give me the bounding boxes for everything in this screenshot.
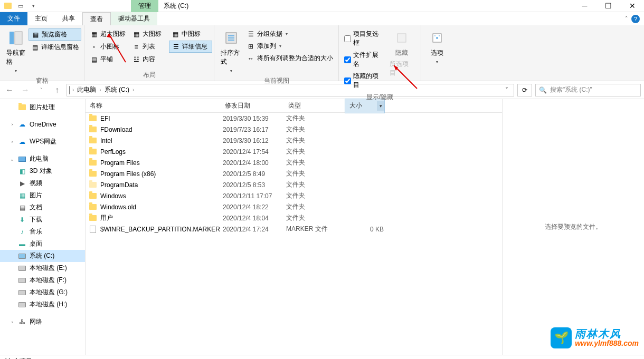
chevron-right-icon[interactable]: › (72, 87, 74, 93)
ribbon-group-current-view: 排序方式 ▾ ☰分组依据▾ ⊞添加列▾ ↔将所有列调整为合适的大小 当前视图 (214, 25, 339, 81)
tiles-button[interactable]: ▤平铺 (88, 54, 129, 65)
column-type[interactable]: 类型 (284, 99, 345, 112)
group-by-button[interactable]: ☰分组依据▾ (244, 28, 335, 40)
medium-icons-button[interactable]: ▦中图标 (169, 28, 207, 40)
item-checkboxes-checkbox[interactable]: 项目复选框 (342, 28, 386, 48)
qat-properties-icon[interactable]: ▭ (15, 0, 26, 12)
sidebar-item-pictures[interactable]: ▦图片 (0, 189, 85, 201)
options-button[interactable]: 选项 ▾ (424, 27, 450, 66)
tab-drive-tools[interactable]: 驱动器工具 (111, 12, 157, 25)
expand-icon[interactable]: › (10, 139, 15, 144)
hide-selected-button[interactable]: 隐藏 所选项目 (386, 27, 418, 80)
table-row[interactable]: PerfLogs2020/12/4 17:54文件夹 (86, 146, 502, 157)
close-button[interactable]: ✕ (620, 0, 644, 12)
help-icon[interactable]: ? (631, 15, 640, 23)
nav-pane-button[interactable]: 导航窗格 ▾ (3, 27, 29, 75)
file-date: 2020/12/5 8:49 (223, 170, 286, 178)
up-button[interactable]: ↑ (51, 84, 63, 96)
file-ext-checkbox[interactable]: 文件扩展名 (342, 50, 386, 70)
sidebar-item-music[interactable]: ♪音乐 (0, 226, 85, 238)
sidebar-item-local-f[interactable]: 本地磁盘 (F:) (0, 274, 85, 286)
table-row[interactable]: FDownload2019/7/23 16:17文件夹 (86, 124, 502, 135)
tab-home[interactable]: 主页 (27, 12, 55, 25)
chevron-right-icon[interactable]: › (99, 87, 101, 93)
tab-view[interactable]: 查看 (82, 12, 111, 25)
file-date: 2019/3/30 15:39 (223, 115, 286, 122)
collapse-icon[interactable]: ⌄ (10, 157, 15, 162)
table-row[interactable]: Intel2019/3/30 16:12文件夹 (86, 135, 502, 146)
file-type: 文件夹 (286, 180, 347, 189)
size-columns-button[interactable]: ↔将所有列调整为合适的大小 (244, 53, 335, 64)
table-row[interactable]: Program Files2020/12/4 18:00文件夹 (86, 157, 502, 168)
add-columns-button[interactable]: ⊞添加列▾ (244, 41, 335, 52)
table-row[interactable]: ProgramData2020/12/5 8:53文件夹 (86, 179, 502, 190)
folder-icon (89, 214, 97, 222)
content-icon: ☳ (132, 55, 140, 64)
large-icons-button[interactable]: ▦大图标 (130, 28, 168, 40)
ribbon-collapse-icon[interactable]: ˄ (625, 15, 628, 22)
drive-icon (18, 300, 26, 309)
sidebar-item-downloads[interactable]: ⬇下载 (0, 214, 85, 226)
nav-pane-label: 导航窗格 (6, 48, 25, 66)
chevron-down-icon[interactable]: ▾ (377, 101, 384, 111)
sidebar-item-documents[interactable]: ▤文档 (0, 201, 85, 214)
column-date[interactable]: 修改日期 (221, 99, 284, 112)
file-type: 文件夹 (286, 191, 347, 200)
table-row[interactable]: Windows2020/12/11 17:07文件夹 (86, 190, 502, 201)
forward-button[interactable]: → (19, 84, 32, 96)
details-view-button[interactable]: ☰详细信息 (169, 41, 212, 53)
tab-file[interactable]: 文件 (0, 12, 27, 25)
refresh-button[interactable]: ⟳ (517, 84, 532, 96)
checkbox-icon[interactable] (344, 77, 351, 84)
expand-icon[interactable]: › (10, 122, 15, 127)
navigation-pane[interactable]: 图片处理 ›☁OneDrive ›☁WPS网盘 ⌄此电脑 ◧3D 对象 ▶视频 … (0, 99, 86, 355)
small-icons-button[interactable]: ▫小图标 (88, 41, 129, 53)
group-label-show-hide: 显示/隐藏 (342, 92, 418, 102)
details-pane-button[interactable]: ▤详细信息窗格 (29, 42, 81, 53)
checkbox-icon[interactable] (344, 35, 351, 42)
3d-icon: ◧ (18, 167, 26, 176)
extra-large-icons-button[interactable]: ▦超大图标 (88, 28, 129, 40)
recent-locations-button[interactable]: ˅ (35, 84, 48, 96)
sidebar-item-local-g[interactable]: 本地磁盘 (G:) (0, 286, 85, 298)
tab-share[interactable]: 共享 (55, 12, 82, 25)
file-rows[interactable]: EFI2019/3/30 15:39文件夹FDownload2019/7/23 … (86, 113, 502, 355)
checkbox-icon[interactable] (344, 56, 351, 63)
search-icon: 🔍 (539, 86, 547, 94)
sidebar-item-local-e[interactable]: 本地磁盘 (E:) (0, 262, 85, 274)
sidebar-item-3d-objects[interactable]: ◧3D 对象 (0, 165, 85, 177)
expand-icon[interactable]: › (10, 319, 15, 325)
breadcrumb-this-pc[interactable]: 此电脑 (76, 85, 97, 94)
explorer-icon[interactable] (2, 0, 14, 12)
sidebar-item-local-h[interactable]: 本地磁盘 (H:) (0, 298, 85, 311)
address-dropdown-icon[interactable]: ˅ (502, 86, 512, 94)
breadcrumb[interactable]: › 此电脑 › 系统 (C:) › ˅ (67, 84, 514, 96)
preview-pane-button[interactable]: ▦预览窗格 (29, 28, 81, 41)
table-row[interactable]: $WINRE_BACKUP_PARTITION.MARKER2020/12/4 … (86, 224, 502, 235)
table-row[interactable]: 用户2020/12/4 18:04文件夹 (86, 212, 502, 224)
sidebar-item-network[interactable]: ›🖧网络 (0, 316, 85, 328)
qat-dropdown-icon[interactable]: ▾ (27, 0, 39, 12)
back-button[interactable]: ← (3, 84, 16, 96)
sidebar-item-system-c[interactable]: 系统 (C:) (0, 250, 85, 262)
content-button[interactable]: ☳内容 (130, 54, 168, 65)
table-row[interactable]: Program Files (x86)2020/12/5 8:49文件夹 (86, 168, 502, 179)
sidebar-item-photo-process[interactable]: 图片处理 (0, 101, 85, 113)
chevron-right-icon[interactable]: › (132, 87, 134, 93)
window-controls: ─ ☐ ✕ (573, 0, 644, 12)
maximize-button[interactable]: ☐ (596, 0, 620, 12)
breadcrumb-current[interactable]: 系统 (C:) (103, 85, 130, 94)
sidebar-item-desktop[interactable]: ▬桌面 (0, 238, 85, 250)
table-row[interactable]: EFI2019/3/30 15:39文件夹 (86, 113, 502, 124)
sort-by-button[interactable]: 排序方式 ▾ (217, 27, 244, 75)
table-row[interactable]: Windows.old2020/12/4 18:22文件夹 (86, 201, 502, 212)
list-button[interactable]: ≡列表 (130, 41, 168, 53)
sidebar-item-this-pc[interactable]: ⌄此电脑 (0, 153, 85, 165)
hidden-items-checkbox[interactable]: 隐藏的项目 (342, 71, 386, 91)
sidebar-item-videos[interactable]: ▶视频 (0, 177, 85, 189)
column-name[interactable]: 名称 (86, 99, 221, 112)
sidebar-item-onedrive[interactable]: ›☁OneDrive (0, 119, 85, 130)
search-input[interactable]: 🔍 搜索"系统 (C:)" (535, 84, 641, 96)
sidebar-item-wps[interactable]: ›☁WPS网盘 (0, 135, 85, 148)
minimize-button[interactable]: ─ (573, 0, 596, 12)
